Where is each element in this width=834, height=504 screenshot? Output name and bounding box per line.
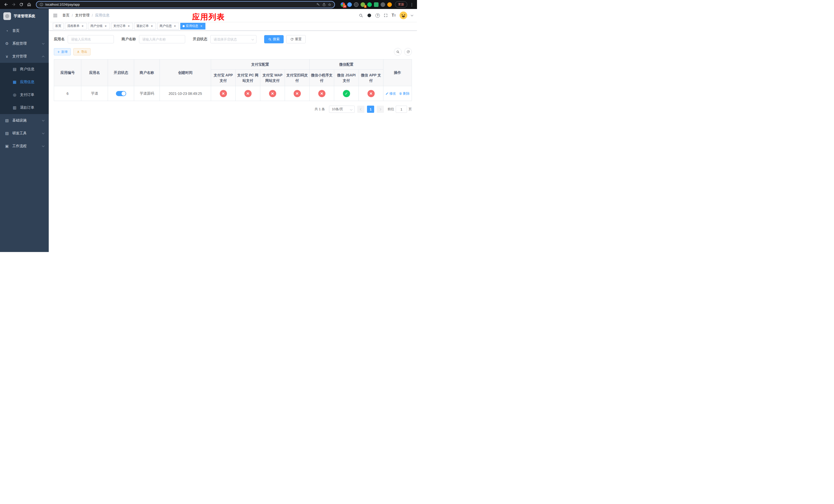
app-name-label: 应用名 (54, 37, 65, 42)
status-toggle[interactable] (116, 91, 126, 96)
sidebar-item-refund-order[interactable]: ▥ 退款订单 (0, 101, 49, 114)
next-page-button[interactable] (377, 106, 384, 113)
share-icon[interactable] (322, 3, 326, 6)
sidebar-toggle-icon[interactable] (53, 13, 58, 18)
status-select[interactable] (210, 35, 257, 43)
sidebar-item-label: 首页 (12, 28, 20, 33)
breadcrumb-payment[interactable]: 支付管理 (75, 13, 89, 18)
add-button[interactable]: 新增 (54, 48, 71, 55)
navbar-tools: ? TT (359, 12, 413, 19)
main-area: 首页 / 支付管理 / 应用信息 ? TT (49, 9, 417, 252)
search-icon[interactable] (359, 13, 363, 18)
page-size-select[interactable]: 10条/页 (329, 106, 355, 113)
tab-refund-order[interactable]: 退款订单 (134, 23, 156, 29)
config-status-icon (269, 90, 276, 97)
config-status-icon (343, 90, 350, 97)
browser-toolbar: localhost:1024/pay/app ☆ 10 1 更新 ⋮ (0, 0, 417, 9)
cell-merchant: 芋道源码 (134, 86, 160, 101)
password-key-icon[interactable] (316, 3, 320, 6)
browser-menu-icon[interactable]: ⋮ (409, 2, 414, 7)
tab-merchant-info[interactable]: 商户信息 (157, 23, 179, 29)
sidebar-item-label: 退款订单 (20, 105, 35, 110)
payment-submenu: ▤ 商户信息 ▦ 应用信息 ◎ 支付订单 ▥ 退款订单 (0, 63, 49, 114)
font-size-icon[interactable]: TT (392, 13, 396, 18)
delete-button[interactable]: 删除 (399, 91, 410, 96)
close-icon[interactable] (173, 24, 177, 28)
help-icon[interactable]: ? (375, 13, 380, 18)
extension-chat-icon[interactable] (374, 2, 378, 7)
tab-app-info[interactable]: 应用信息 (180, 23, 205, 29)
extension-avatar-icon[interactable]: 1 (360, 2, 365, 7)
fullscreen-icon[interactable] (384, 13, 388, 18)
github-icon[interactable] (367, 13, 372, 18)
browser-back-button[interactable] (3, 1, 9, 8)
breadcrumb-home[interactable]: 首页 (62, 13, 69, 18)
bookmark-star-icon[interactable]: ☆ (328, 3, 331, 6)
sidebar-item-workflow[interactable]: ▣ 工作流程 (0, 140, 49, 153)
extension-dark-icon[interactable] (354, 2, 358, 7)
cell-wx-app (359, 86, 383, 101)
extension-drop-icon[interactable] (347, 2, 352, 7)
goto-suffix: 页 (409, 107, 412, 112)
close-icon[interactable] (150, 24, 154, 28)
reset-button[interactable]: 重置 (286, 35, 306, 43)
tab-user-group[interactable]: 用户分组 (88, 23, 110, 29)
sidebar-item-system[interactable]: ⚙ 系统管理 (0, 37, 49, 50)
tab-pay-order[interactable]: 支付订单 (111, 23, 133, 29)
tab-home[interactable]: 首页 (53, 23, 64, 29)
goto-page: 前往 页 (388, 106, 412, 113)
browser-home-button[interactable] (26, 1, 32, 8)
goto-label: 前往 (388, 107, 394, 112)
extensions-puzzle-icon[interactable] (380, 2, 385, 7)
browser-reload-button[interactable] (18, 1, 25, 8)
chevron-left-icon (360, 108, 363, 111)
yen-icon: ¥ (5, 54, 9, 59)
sidebar-logo[interactable]: 芋道管理系统 (0, 9, 49, 23)
url-text[interactable]: localhost:1024/pay/app (45, 3, 314, 6)
cell-wx-jsapi (334, 86, 359, 101)
sidebar-item-home[interactable]: ◔ 首页 (0, 24, 49, 37)
close-icon[interactable] (199, 24, 203, 28)
sidebar-item-pay-order[interactable]: ◎ 支付订单 (0, 88, 49, 101)
close-icon[interactable] (81, 24, 84, 28)
extension-face-icon[interactable] (387, 2, 392, 7)
site-info-icon[interactable] (40, 3, 43, 6)
extension-grid-icon[interactable]: 10 (341, 2, 345, 7)
grid-icon: ▦ (12, 80, 17, 84)
search-button[interactable]: 搜索 (264, 35, 284, 43)
tags-view: 首页 流程表单 用户分组 支付订单 退款订单 商户信息 应用信息 (49, 22, 417, 30)
browser-forward-button[interactable] (10, 1, 17, 8)
tab-process-form[interactable]: 流程表单 (65, 23, 87, 29)
sidebar-item-infra[interactable]: ▧ 基础设施 (0, 114, 49, 127)
sidebar-item-merchant-info[interactable]: ▤ 商户信息 (0, 63, 49, 76)
extension-green-circle-icon[interactable] (367, 2, 372, 7)
sidebar-item-label: 研发工具 (12, 131, 27, 136)
status-select-input[interactable] (210, 35, 257, 43)
workflow-icon: ▣ (5, 144, 9, 148)
app-name-input[interactable] (68, 35, 114, 43)
goto-page-input[interactable] (396, 106, 407, 113)
close-icon[interactable] (104, 24, 107, 28)
prev-page-button[interactable] (357, 106, 365, 113)
export-button[interactable]: 导出 (73, 48, 90, 55)
address-bar[interactable]: localhost:1024/pay/app ☆ (36, 1, 335, 8)
chevron-down-icon[interactable] (411, 14, 413, 16)
edit-button[interactable]: 修改 (386, 91, 396, 96)
chevron-up-icon (42, 55, 45, 58)
browser-update-button[interactable]: 更新 (395, 1, 407, 8)
sidebar-item-app-info[interactable]: ▦ 应用信息 (0, 76, 49, 88)
close-icon[interactable] (127, 24, 131, 28)
page-size-value: 10条/页 (332, 107, 343, 112)
sidebar-item-payment[interactable]: ¥ 支付管理 (0, 50, 49, 63)
chevron-down-icon (42, 119, 45, 121)
logo-avatar (3, 12, 11, 20)
sidebar-item-label: 工作流程 (12, 144, 27, 148)
toggle-search-button[interactable] (394, 48, 402, 55)
merchant-name-input[interactable] (139, 35, 185, 43)
user-avatar[interactable] (399, 12, 407, 19)
page-number-button[interactable]: 1 (367, 106, 374, 113)
cell-wx-mini (310, 86, 334, 101)
refresh-table-button[interactable] (404, 48, 412, 55)
sidebar-item-dev-tools[interactable]: ▨ 研发工具 (0, 127, 49, 140)
tab-label: 支付订单 (113, 24, 126, 28)
